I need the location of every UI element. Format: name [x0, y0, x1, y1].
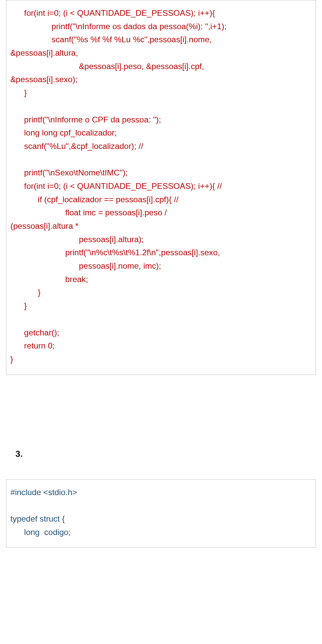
code-text-2: #include <stdio.h> typedef struct { long… — [10, 486, 312, 539]
document-page: for(int i=0; (i < QUANTIDADE_DE_PESSOAS)… — [0, 0, 322, 644]
code-block-1: for(int i=0; (i < QUANTIDADE_DE_PESSOAS)… — [6, 0, 316, 375]
section-number: 3. — [15, 449, 316, 459]
code-block-2: #include <stdio.h> typedef struct { long… — [6, 479, 316, 548]
code-text-1: for(int i=0; (i < QUANTIDADE_DE_PESSOAS)… — [10, 6, 312, 366]
